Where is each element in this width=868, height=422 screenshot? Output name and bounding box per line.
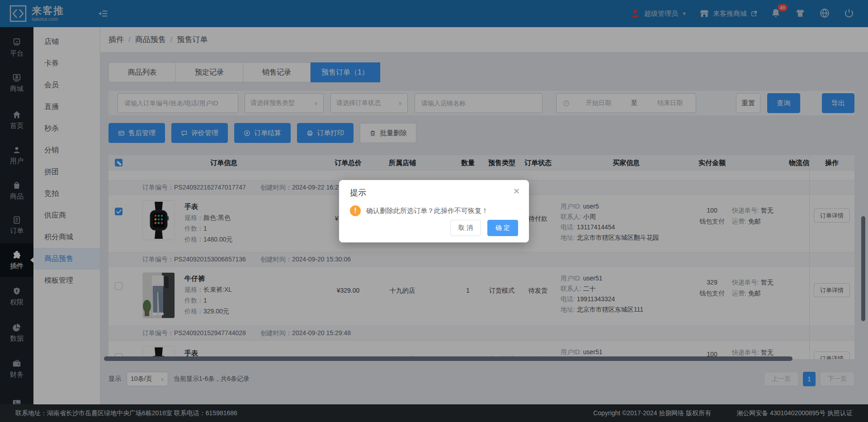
warning-icon: !	[350, 205, 361, 216]
dialog-message: 确认删除此所选订单？此操作不可恢复！	[366, 207, 488, 215]
cancel-button[interactable]: 取 消	[450, 220, 481, 236]
close-icon[interactable]: ✕	[513, 187, 520, 195]
confirm-delete-dialog: 提示 ✕ ! 确认删除此所选订单？此操作不可恢复！ 取 消 确 定	[339, 180, 529, 242]
app-screen: 来客推 laiketui.com 超级管理员 ▼ 来客推商城	[0, 0, 868, 422]
confirm-button[interactable]: 确 定	[487, 220, 518, 236]
dialog-title: 提示	[350, 187, 518, 198]
